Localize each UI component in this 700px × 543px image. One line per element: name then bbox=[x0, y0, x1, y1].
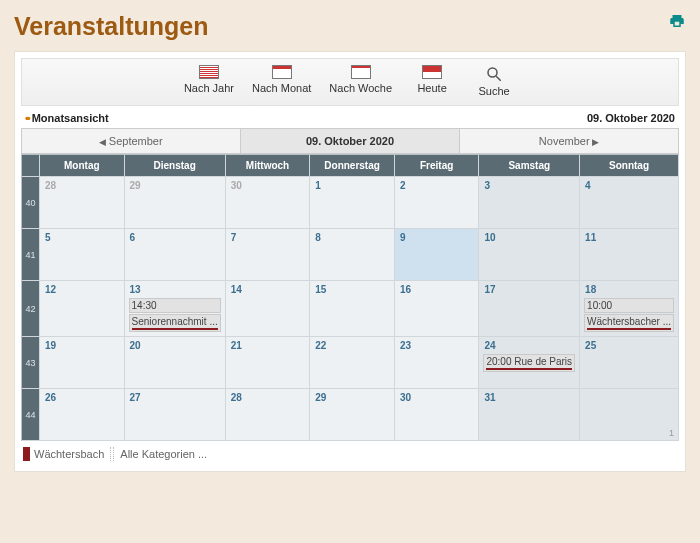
day-number: 16 bbox=[400, 284, 411, 295]
chevron-right-icon: ▶ bbox=[590, 137, 600, 147]
day-cell[interactable]: 14 bbox=[226, 281, 311, 337]
week-number: 41 bbox=[22, 229, 40, 281]
month-icon bbox=[272, 65, 292, 79]
event-title[interactable]: Wächtersbacher ... bbox=[584, 314, 674, 332]
weekday-header: Mittwoch bbox=[226, 155, 311, 177]
day-cell[interactable]: 11 bbox=[580, 229, 679, 281]
tab-year-label: Nach Jahr bbox=[184, 82, 234, 94]
day-cell[interactable]: 19 bbox=[40, 337, 125, 389]
calendar-grid: MontagDienstagMittwochDonnerstagFreitagS… bbox=[21, 154, 679, 441]
day-cell[interactable]: 21 bbox=[226, 337, 311, 389]
day-cell[interactable]: 2 bbox=[395, 177, 480, 229]
day-number: 28 bbox=[45, 180, 56, 191]
legend-all-categories[interactable]: Alle Kategorien ... bbox=[120, 448, 207, 460]
day-cell[interactable]: 9 bbox=[395, 229, 480, 281]
overflow-note: 1 bbox=[669, 428, 674, 438]
tab-search[interactable]: Suche bbox=[468, 63, 520, 99]
day-cell[interactable]: 28 bbox=[40, 177, 125, 229]
day-cell[interactable]: 10 bbox=[479, 229, 580, 281]
svg-point-0 bbox=[488, 68, 497, 77]
tab-month[interactable]: Nach Monat bbox=[248, 63, 315, 99]
day-cell[interactable]: 1 bbox=[310, 177, 395, 229]
day-cell[interactable]: 7 bbox=[226, 229, 311, 281]
day-cell[interactable]: 3 bbox=[479, 177, 580, 229]
weekday-header: Dienstag bbox=[125, 155, 226, 177]
day-cell[interactable]: 20 bbox=[125, 337, 226, 389]
weekday-header: Donnerstag bbox=[310, 155, 395, 177]
tab-today[interactable]: Heute bbox=[406, 63, 458, 99]
day-cell[interactable]: 15 bbox=[310, 281, 395, 337]
svg-line-1 bbox=[496, 76, 501, 81]
legend-separator bbox=[110, 447, 114, 461]
day-number: 29 bbox=[130, 180, 141, 191]
event-item[interactable]: 20:00 Rue de Paris bbox=[483, 354, 575, 372]
weekday-header: Freitag bbox=[395, 155, 480, 177]
print-icon[interactable] bbox=[668, 12, 686, 34]
next-month-label: November bbox=[539, 135, 590, 147]
tab-week[interactable]: Nach Woche bbox=[325, 63, 396, 99]
day-cell[interactable]: 6 bbox=[125, 229, 226, 281]
event-title[interactable]: Seniorennachmit ... bbox=[129, 314, 221, 332]
day-cell[interactable]: 22 bbox=[310, 337, 395, 389]
day-number: 31 bbox=[484, 392, 495, 403]
day-number: 23 bbox=[400, 340, 411, 351]
day-cell[interactable]: 17 bbox=[479, 281, 580, 337]
legend: Wächtersbach Alle Kategorien ... bbox=[21, 441, 679, 463]
day-number: 14 bbox=[231, 284, 242, 295]
date-label: 09. Oktober 2020 bbox=[587, 112, 675, 124]
day-cell[interactable]: 1810:00Wächtersbacher ... bbox=[580, 281, 679, 337]
day-number: 21 bbox=[231, 340, 242, 351]
day-number: 18 bbox=[585, 284, 596, 295]
day-cell[interactable]: 30 bbox=[226, 177, 311, 229]
day-cell[interactable]: 26 bbox=[40, 389, 125, 441]
day-cell[interactable]: 16 bbox=[395, 281, 480, 337]
week-icon bbox=[351, 65, 371, 79]
day-cell[interactable]: 2420:00 Rue de Paris bbox=[479, 337, 580, 389]
current-month-label: 09. Oktober 2020 bbox=[240, 129, 460, 153]
day-number: 10 bbox=[484, 232, 495, 243]
event-underline bbox=[132, 328, 218, 330]
breadcrumb: Monatsansicht 09. Oktober 2020 bbox=[21, 106, 679, 128]
day-cell[interactable]: 30 bbox=[395, 389, 480, 441]
day-number: 24 bbox=[484, 340, 495, 351]
tab-today-label: Heute bbox=[417, 82, 446, 94]
event-underline bbox=[486, 368, 572, 370]
day-number: 25 bbox=[585, 340, 596, 351]
day-cell[interactable]: 12 bbox=[40, 281, 125, 337]
day-number: 6 bbox=[130, 232, 136, 243]
day-cell[interactable]: 28 bbox=[226, 389, 311, 441]
week-number: 43 bbox=[22, 337, 40, 389]
day-number: 8 bbox=[315, 232, 321, 243]
day-cell[interactable]: 31 bbox=[479, 389, 580, 441]
weekday-header: Sonntag bbox=[580, 155, 679, 177]
day-number: 20 bbox=[130, 340, 141, 351]
day-cell[interactable]: 25 bbox=[580, 337, 679, 389]
day-number: 19 bbox=[45, 340, 56, 351]
event-underline bbox=[587, 328, 671, 330]
day-cell[interactable]: 1314:30Seniorennachmit ... bbox=[125, 281, 226, 337]
day-cell[interactable]: 29 bbox=[310, 389, 395, 441]
calendar-card: Nach Jahr Nach Monat Nach Woche Heute Su… bbox=[14, 51, 686, 472]
day-number: 2 bbox=[400, 180, 406, 191]
weekday-header: Samstag bbox=[479, 155, 580, 177]
day-cell[interactable]: 5 bbox=[40, 229, 125, 281]
day-number: 7 bbox=[231, 232, 237, 243]
day-cell[interactable]: 4 bbox=[580, 177, 679, 229]
tab-month-label: Nach Monat bbox=[252, 82, 311, 94]
event-time[interactable]: 10:00 bbox=[584, 298, 674, 313]
day-cell[interactable]: 29 bbox=[125, 177, 226, 229]
tab-year[interactable]: Nach Jahr bbox=[180, 63, 238, 99]
day-cell[interactable]: 1 bbox=[580, 389, 679, 441]
day-cell[interactable]: 27 bbox=[125, 389, 226, 441]
prev-month-button[interactable]: ◀ September bbox=[22, 129, 240, 153]
month-nav: ◀ September 09. Oktober 2020 November ▶ bbox=[21, 128, 679, 154]
event-time[interactable]: 14:30 bbox=[129, 298, 221, 313]
day-cell[interactable]: 23 bbox=[395, 337, 480, 389]
day-number: 30 bbox=[231, 180, 242, 191]
next-month-button[interactable]: November ▶ bbox=[460, 129, 678, 153]
week-number: 44 bbox=[22, 389, 40, 441]
day-cell[interactable]: 8 bbox=[310, 229, 395, 281]
tab-search-label: Suche bbox=[479, 85, 510, 97]
tab-week-label: Nach Woche bbox=[329, 82, 392, 94]
legend-category[interactable]: Wächtersbach bbox=[34, 448, 104, 460]
